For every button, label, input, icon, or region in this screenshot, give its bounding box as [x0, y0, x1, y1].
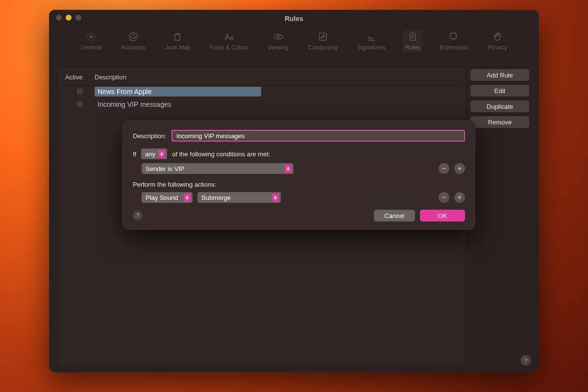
condition-value: Sender is VIP	[146, 165, 185, 172]
add-action-button[interactable]	[454, 192, 465, 203]
action-value-popup[interactable]: Submerge	[197, 192, 281, 203]
chevron-updown-icon	[285, 165, 292, 172]
description-input[interactable]	[172, 130, 465, 142]
add-condition-button[interactable]	[454, 163, 465, 174]
chevron-updown-icon	[184, 194, 191, 201]
chevron-updown-icon	[272, 194, 279, 201]
if-prefix: If	[133, 150, 136, 158]
remove-condition-button[interactable]	[439, 163, 449, 174]
sheet-help-button[interactable]: ?	[133, 211, 143, 220]
action-value: Submerge	[201, 194, 231, 201]
match-mode-value: any	[145, 150, 155, 158]
action-type-value: Play Sound	[146, 194, 178, 201]
preferences-window: Rules General Accounts Junk Mail Fonts &…	[49, 10, 539, 372]
description-label: Description:	[133, 132, 167, 140]
modal-overlay: Description: If any of the following con…	[49, 10, 539, 372]
cancel-button[interactable]: Cancel	[374, 210, 415, 221]
condition-popup[interactable]: Sender is VIP	[142, 163, 294, 174]
ok-button[interactable]: OK	[420, 210, 465, 221]
action-type-popup[interactable]: Play Sound	[142, 192, 193, 203]
match-mode-popup[interactable]: any	[141, 148, 167, 159]
remove-action-button[interactable]	[439, 192, 449, 203]
chevron-updown-icon	[158, 150, 165, 158]
if-suffix: of the following conditions are met:	[172, 150, 270, 158]
actions-label: Perform the following actions:	[133, 181, 465, 188]
edit-rule-sheet: Description: If any of the following con…	[122, 121, 475, 230]
